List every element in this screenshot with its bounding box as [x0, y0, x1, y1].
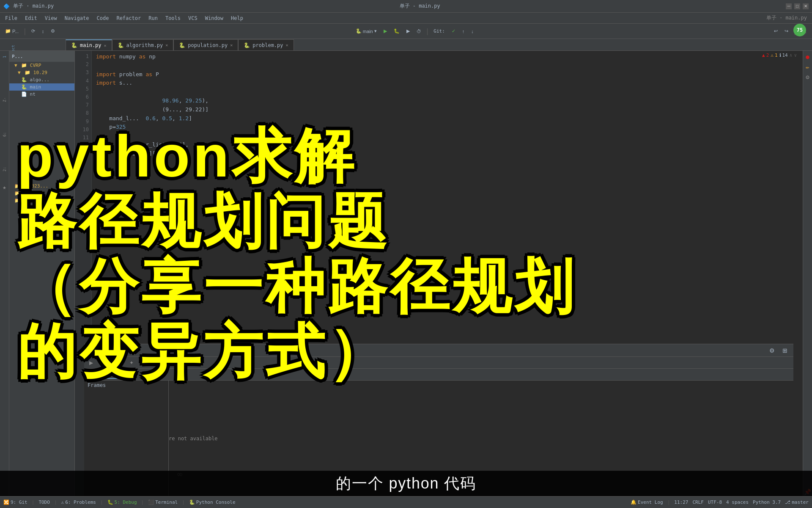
- tabs-bar: 🐍 main.py ✕ 🐍 algorithm.py ✕ 🐍 populatio…: [0, 39, 812, 51]
- title-bar: 🔷 单子 · main.py 单子 - main.py ─ □ ✕: [0, 0, 812, 13]
- tab-close-population[interactable]: ✕: [230, 43, 233, 47]
- status-python-version[interactable]: Python 3.7: [753, 500, 781, 505]
- right-sidebar-icon1[interactable]: ●: [804, 52, 812, 61]
- debug-toolbar: ▶ ↷ ■ ↺ ✦: [84, 357, 793, 369]
- menu-help[interactable]: Help: [228, 14, 247, 22]
- status-problems[interactable]: ⚠ 6: Problems: [61, 500, 96, 505]
- tab-algorithm-py[interactable]: 🐍 algorithm.py ✕: [112, 39, 174, 50]
- code-editor[interactable]: 1 2 3 4 5 6 7 8 9 10 11 12 import numpy …: [75, 51, 803, 496]
- project-view-button[interactable]: 📁 P...: [3, 26, 21, 36]
- code-line-1: import numpy as np: [96, 52, 798, 61]
- menu-refactor[interactable]: Refactor: [113, 14, 144, 22]
- menu-file[interactable]: File: [2, 14, 21, 22]
- debug-restart-button[interactable]: ↺: [117, 359, 126, 367]
- project-panel: P... ▼ 📁 CVRP ▼ 📁 10.29 🐍 algo... 🐍 main…: [9, 51, 75, 496]
- status-event-log[interactable]: 🔔 Event Log: [631, 500, 663, 505]
- menu-run[interactable]: Run: [145, 14, 161, 22]
- debug-config: main: [108, 348, 121, 353]
- tab-population-py[interactable]: 🐍 population.py ✕: [173, 39, 238, 50]
- right-sidebar-icon2[interactable]: ✏: [804, 63, 812, 71]
- profile-button[interactable]: ⏱: [414, 26, 424, 36]
- tree-file-algo: 🐍 algo...: [21, 77, 49, 83]
- maximize-button[interactable]: □: [794, 3, 800, 9]
- dropdown-icon: ▾: [374, 28, 377, 34]
- debug-step-over-button[interactable]: ↷: [97, 359, 105, 367]
- tab-close-algorithm[interactable]: ✕: [165, 43, 168, 47]
- settings-button[interactable]: ⚙: [48, 26, 58, 36]
- status-position[interactable]: 11:27: [674, 500, 688, 505]
- debug-stop-button[interactable]: ■: [107, 359, 115, 367]
- sync-button[interactable]: ↕: [39, 26, 47, 36]
- debug-label: Debug:: [88, 348, 106, 353]
- code-line-9: p=325: [96, 123, 798, 132]
- run-button[interactable]: ▶: [381, 26, 390, 36]
- tree-item-algo[interactable]: 🐍 algo...: [9, 76, 74, 83]
- info-count: ℹ 14: [779, 52, 788, 58]
- tree-item-main[interactable]: 🐍 main: [9, 83, 74, 91]
- menu-code[interactable]: Code: [93, 14, 112, 22]
- status-debug[interactable]: 🐛 5: Debug: [107, 500, 137, 505]
- debug-icon: 🐛: [107, 500, 113, 505]
- menu-edit[interactable]: Edit: [22, 14, 41, 22]
- coverage-button[interactable]: ▶: [404, 26, 412, 36]
- frames-label: Frames: [84, 381, 168, 390]
- tree-item-1029[interactable]: ▼ 📁 10.29: [9, 69, 74, 76]
- status-indent[interactable]: 4 spaces: [726, 500, 749, 505]
- structure-icon[interactable]: Z-Structure: [0, 96, 9, 104]
- menu-navigate[interactable]: Navigate: [61, 14, 93, 22]
- status-terminal[interactable]: ⬛ Terminal: [148, 500, 178, 505]
- status-encoding[interactable]: UTF-8: [708, 500, 722, 505]
- debug-tab-console[interactable]: ...: [120, 370, 137, 379]
- bookmark-icon[interactable]: ★: [0, 183, 9, 191]
- status-crlf[interactable]: CRLF: [692, 500, 704, 505]
- debug-settings-button[interactable]: ⚙: [767, 345, 777, 356]
- run-config-button[interactable]: 🐍 main ▾: [353, 26, 379, 36]
- git-pull-button[interactable]: ↓: [469, 26, 476, 36]
- minimize-button[interactable]: ─: [786, 3, 792, 9]
- status-todo[interactable]: TODO: [38, 500, 50, 505]
- git-push-button[interactable]: ↑: [460, 26, 467, 36]
- debug-layout-button[interactable]: ⊞: [780, 345, 790, 356]
- tab-close-problem[interactable]: ✕: [286, 43, 288, 47]
- debug-button[interactable]: 🐛: [391, 26, 402, 36]
- not-available-text: re not available: [169, 436, 218, 442]
- terminal-icon: ⬛: [148, 500, 154, 505]
- title-display: 单子 · main.py: [763, 14, 810, 22]
- favorites-icon[interactable]: 2: Favorites: [0, 165, 9, 174]
- tab-problem-py[interactable]: 🐍 problem.py ✕: [238, 39, 294, 50]
- tab-main-py[interactable]: 🐍 main.py ✕: [66, 39, 112, 50]
- avatar: 75: [793, 24, 806, 36]
- code-line-5: [96, 88, 798, 97]
- menu-window[interactable]: Window: [202, 14, 227, 22]
- code-line-7: (9..., 29.22)]: [96, 105, 798, 114]
- title-bar-right[interactable]: ─ □ ✕: [786, 3, 809, 9]
- menu-vcs[interactable]: VCS: [185, 14, 201, 22]
- code-line-4: import s...: [96, 79, 798, 88]
- commits-icon[interactable]: 6: Commit: [0, 130, 9, 139]
- git-commit-button[interactable]: ✓: [449, 26, 458, 36]
- tree-item-cg202[interactable]: 📁 cg202...: [9, 190, 74, 197]
- status-left: 🔀 9: Git | TODO | ⚠ 6: Problems | 🐛 5: D…: [3, 500, 625, 505]
- recent-files-button[interactable]: ⟳: [29, 26, 38, 36]
- tab-close-main[interactable]: ✕: [104, 43, 107, 48]
- tree-item-cg20[interactable]: 📁 cg20...: [9, 197, 74, 204]
- redo-button[interactable]: ↪: [782, 26, 791, 36]
- project-sidebar-icon[interactable]: 1Project: [0, 52, 9, 61]
- git-label: Git:: [431, 26, 447, 36]
- tree-item-cg2023a[interactable]: 📁 cg2023...: [9, 182, 74, 190]
- status-git[interactable]: 🔀 9: Git: [3, 500, 27, 505]
- undo-button[interactable]: ↩: [771, 26, 780, 36]
- status-branch[interactable]: ⎇ master: [785, 500, 809, 505]
- menu-tools[interactable]: Tools: [162, 14, 184, 22]
- tree-item-cvrp[interactable]: ▼ 📁 CVRP: [9, 62, 74, 69]
- status-python-console[interactable]: 🐍 Python Console: [189, 500, 236, 505]
- menu-view[interactable]: View: [41, 14, 60, 22]
- right-sidebar-icon3[interactable]: ⚙: [804, 73, 812, 81]
- tab-icon-main: 🐍: [71, 42, 77, 48]
- tree-item-nt[interactable]: 📄 nt: [9, 91, 74, 98]
- debug-evaluate-button[interactable]: ✦: [127, 359, 136, 367]
- title-bar-center: 单子 - main.py: [400, 3, 440, 10]
- debug-tab-debugger[interactable]: Debugger: [86, 370, 119, 379]
- close-button[interactable]: ✕: [803, 3, 809, 9]
- debug-resume-button[interactable]: ▶: [87, 359, 95, 367]
